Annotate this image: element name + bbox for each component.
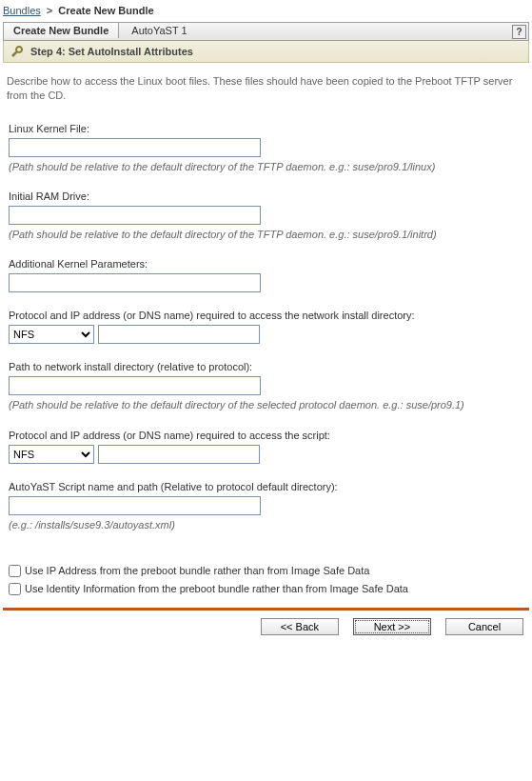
path1-label: Path to network install directory (relat… — [9, 361, 523, 372]
back-button[interactable]: << Back — [261, 618, 339, 635]
kernel-input[interactable] — [9, 138, 261, 157]
step-description: Describe how to access the Linux boot fi… — [3, 63, 529, 119]
button-bar: << Back Next >> Cancel — [3, 608, 529, 643]
ip-checkbox-label: Use IP Address from the preboot bundle r… — [25, 565, 369, 576]
path1-input[interactable] — [9, 376, 261, 395]
breadcrumb: Bundles > Create New Bundle — [3, 3, 529, 22]
ip-checkbox[interactable] — [9, 565, 21, 577]
breadcrumb-current: Create New Bundle — [58, 5, 153, 16]
ram-label: Initial RAM Drive: — [9, 190, 523, 202]
ram-input[interactable] — [9, 206, 261, 225]
next-button[interactable]: Next >> — [353, 618, 431, 635]
breadcrumb-bundles-link[interactable]: Bundles — [3, 5, 41, 16]
tab-autoyast: AutoYaST 1 — [122, 23, 196, 38]
ram-hint: (Path should be relative to the default … — [9, 228, 523, 241]
params-input[interactable] — [9, 273, 261, 292]
kernel-label: Linux Kernel File: — [9, 123, 523, 134]
wrench-icon — [10, 44, 25, 59]
tab-bar: Create New Bundle AutoYaST 1 ? — [3, 22, 529, 41]
cancel-button[interactable]: Cancel — [445, 618, 523, 635]
proto1-ip-input[interactable] — [98, 325, 260, 344]
proto2-select[interactable]: NFS — [9, 445, 94, 464]
step-bar: Step 4: Set AutoInstall Attributes — [3, 41, 529, 63]
proto2-ip-input[interactable] — [98, 445, 260, 464]
proto2-label: Protocol and IP address (or DNS name) re… — [9, 430, 523, 441]
tab-create-new-bundle[interactable]: Create New Bundle — [4, 23, 119, 38]
params-label: Additional Kernel Parameters: — [9, 258, 523, 270]
identity-checkbox[interactable] — [9, 583, 21, 595]
path1-hint: (Path should be relative to the default … — [9, 398, 523, 411]
help-icon[interactable]: ? — [512, 25, 526, 39]
script-input[interactable] — [9, 496, 261, 515]
script-hint: (e.g.: /installs/suse9.3/autoyast.xml) — [9, 518, 523, 531]
kernel-hint: (Path should be relative to the default … — [9, 160, 523, 173]
step-label: Step 4: Set AutoInstall Attributes — [30, 46, 193, 57]
breadcrumb-sep: > — [47, 5, 52, 16]
script-label: AutoYaST Script name and path (Relative … — [9, 481, 523, 492]
proto1-label: Protocol and IP address (or DNS name) re… — [9, 310, 523, 321]
proto1-select[interactable]: NFS — [9, 325, 94, 344]
identity-checkbox-label: Use Identity Information from the preboo… — [25, 583, 408, 594]
